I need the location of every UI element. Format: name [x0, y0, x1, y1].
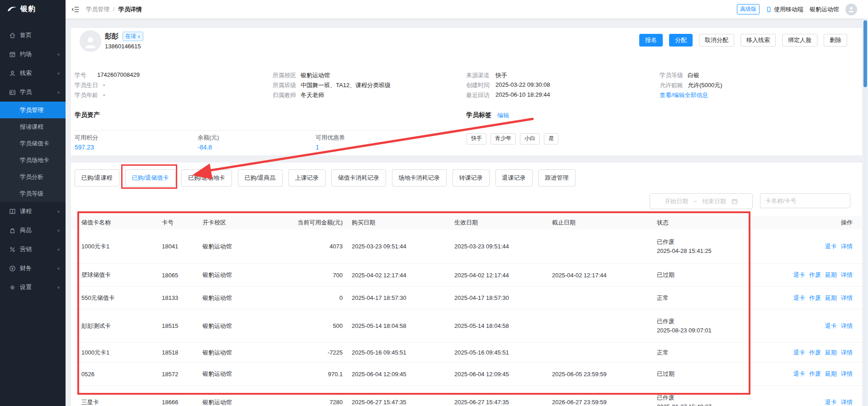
- cell-start-date: 2025-06-27 15:47:35: [454, 399, 552, 406]
- cell-campus: 银豹运动馆: [203, 349, 275, 357]
- collapse-sidebar-icon[interactable]: [71, 6, 80, 13]
- chevron-down-icon: ∨: [57, 71, 60, 75]
- sidebar-item-settings[interactable]: 设置 ∨: [0, 278, 66, 297]
- leopard-logo-icon: [7, 5, 17, 13]
- void-link[interactable]: 作废: [809, 370, 821, 377]
- sidebar-item-goods[interactable]: 商品 ∨: [0, 221, 66, 240]
- tab-course-refund[interactable]: 退课记录: [495, 169, 533, 187]
- sidebar-item-leads[interactable]: 线索 ∨: [0, 64, 66, 83]
- breadcrumb-student-management[interactable]: 学员管理: [86, 5, 109, 14]
- refund-card-link[interactable]: 退卡: [825, 322, 837, 329]
- cell-card-no: 18065: [162, 272, 203, 279]
- sidebar-subitem-student-levels[interactable]: 学员等级: [0, 185, 66, 202]
- void-link[interactable]: 作废: [809, 349, 821, 356]
- extend-link[interactable]: 延期: [825, 271, 837, 278]
- refund-card-link[interactable]: 退卡: [825, 399, 837, 406]
- sidebar-subitem-student-analysis[interactable]: 学员分析: [0, 168, 66, 185]
- balance-value[interactable]: -84.8: [198, 144, 212, 151]
- field-value: 快手: [495, 71, 507, 79]
- extend-link[interactable]: 延期: [825, 349, 837, 356]
- delete-button[interactable]: 删除: [824, 34, 847, 47]
- tab-purchased-courses[interactable]: 已购/退课程: [75, 169, 119, 187]
- cell-campus: 银豹运动馆: [203, 370, 275, 378]
- refund-card-link[interactable]: 退卡: [793, 271, 805, 278]
- detail-link[interactable]: 详情: [841, 271, 853, 278]
- sidebar-subitem-student-management[interactable]: 学员管理: [0, 102, 66, 118]
- sidebar-item-courses[interactable]: 课程 ∨: [0, 202, 66, 221]
- field-label: 学员等级: [660, 71, 688, 79]
- edit-tags-link[interactable]: 编辑: [497, 112, 509, 120]
- col-actions: 操作: [765, 219, 853, 227]
- cell-status: 已作废2025-06-27 15:48:37: [657, 393, 765, 406]
- bind-face-button[interactable]: 绑定人脸: [782, 34, 817, 47]
- sidebar-subitem-stored-value-cards[interactable]: 学员储值卡: [0, 135, 66, 152]
- void-link[interactable]: 作废: [809, 271, 821, 278]
- cell-actions: 退卡作废延期详情: [765, 294, 853, 302]
- field-value: -: [103, 91, 105, 99]
- sidebar-item-label: 设置: [20, 283, 32, 291]
- status-label: 在读: [125, 33, 136, 40]
- sidebar-item-home[interactable]: 首页: [0, 26, 66, 45]
- view-edit-all-info-link[interactable]: 查看/编辑全部信息: [660, 91, 708, 99]
- field-label: 创建时间: [466, 81, 495, 89]
- cell-buy-date: 2025-03-23 09:51:44: [343, 243, 454, 250]
- tab-card-consumption[interactable]: 储值卡消耗记录: [331, 169, 386, 187]
- detail-link[interactable]: 详情: [841, 294, 853, 301]
- table-header: 储值卡名称 卡号 开卡校区 当前可用金额(元) 购买日期 生效日期 截止日期 状…: [71, 216, 862, 229]
- sidebar-subitem-venue-cards[interactable]: 学员场地卡: [0, 152, 66, 168]
- tab-stored-value-cards[interactable]: 已购/退储值卡: [125, 169, 176, 187]
- sidebar-item-finance[interactable]: 财务 ∨: [0, 259, 66, 278]
- field-value: 2025-06-10 18:29:44: [495, 91, 550, 99]
- coupons-value[interactable]: 1: [316, 144, 319, 151]
- detail-link[interactable]: 详情: [841, 349, 853, 356]
- tab-follow-up[interactable]: 跟进管理: [538, 169, 576, 187]
- date-range-input[interactable]: 开始日期 ~ 结束日期: [650, 193, 753, 209]
- field-value: 2025-03-22 09:30:08: [495, 81, 550, 89]
- extend-link[interactable]: 延期: [825, 370, 837, 377]
- cell-campus: 银豹运动馆: [203, 294, 275, 302]
- status-badge[interactable]: 在读 ∨: [123, 32, 143, 41]
- cell-campus: 银豹运动馆: [203, 271, 275, 279]
- status-text: 已过期: [657, 271, 765, 280]
- cell-card-name: 1000元卡1: [81, 349, 162, 357]
- sidebar-item-marketing[interactable]: 营销 ∨: [0, 240, 66, 259]
- leads-icon: [9, 70, 16, 77]
- cell-card-name: 彭彭测试卡: [81, 322, 162, 330]
- tab-course-transfer[interactable]: 转课记录: [453, 169, 490, 187]
- refund-card-link[interactable]: 退卡: [793, 349, 805, 356]
- tab-goods[interactable]: 已购/退商品: [238, 169, 283, 187]
- assign-button[interactable]: 分配: [669, 34, 693, 47]
- card-search-input[interactable]: [760, 193, 850, 208]
- available-points-value[interactable]: 597.23: [75, 144, 94, 151]
- field-label: 学号: [75, 71, 97, 79]
- use-mobile-link[interactable]: 使用移动端: [766, 5, 803, 14]
- cancel-assign-button[interactable]: 取消分配: [699, 34, 734, 47]
- cell-status: 正常: [657, 348, 765, 357]
- tab-venue-cards[interactable]: 已购/退场地卡: [181, 169, 232, 187]
- move-to-leads-button[interactable]: 移入线索: [741, 34, 776, 47]
- scrollbar-thumb[interactable]: [863, 20, 867, 87]
- refund-card-link[interactable]: 退卡: [825, 243, 837, 250]
- detail-link[interactable]: 详情: [841, 399, 853, 406]
- refund-card-link[interactable]: 退卡: [793, 370, 805, 377]
- sidebar-item-students[interactable]: 学员 ∧: [0, 83, 66, 102]
- cell-card-name: 0526: [81, 371, 162, 378]
- cell-start-date: 2025-04-02 12:17:44: [454, 272, 552, 279]
- tab-venue-consumption[interactable]: 场地卡消耗记录: [392, 169, 447, 187]
- cell-card-no: 18666: [162, 399, 203, 406]
- user-avatar[interactable]: [845, 4, 857, 15]
- table-body: 1000元卡1 18041 银豹运动馆 4073 2025-03-23 09:5…: [71, 229, 862, 406]
- enroll-button[interactable]: 报名: [639, 34, 663, 47]
- chevron-down-icon: ∨: [57, 229, 60, 233]
- person-icon: [848, 6, 855, 13]
- detail-link[interactable]: 详情: [841, 243, 853, 250]
- void-link[interactable]: 作废: [809, 294, 821, 301]
- refund-card-link[interactable]: 退卡: [793, 294, 805, 301]
- sidebar-subitem-enrolled-courses[interactable]: 报读课程: [0, 118, 66, 135]
- sidebar-item-booking[interactable]: 约场 ∨: [0, 45, 66, 64]
- cell-start-date: 2025-05-14 18:04:58: [454, 322, 552, 329]
- extend-link[interactable]: 延期: [825, 294, 837, 301]
- detail-link[interactable]: 详情: [841, 322, 853, 329]
- detail-link[interactable]: 详情: [841, 370, 853, 377]
- tab-class-records[interactable]: 上课记录: [288, 169, 326, 187]
